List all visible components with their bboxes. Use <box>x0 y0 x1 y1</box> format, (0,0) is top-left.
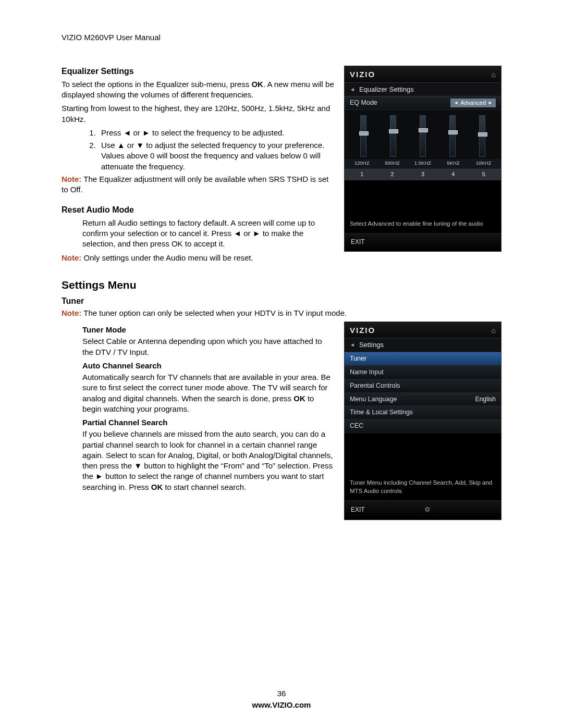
step-1: Press ◄ or ► to select the frequency to … <box>98 128 335 138</box>
note-label: Note: <box>62 309 81 317</box>
osd-equalizer-screenshot: VIZIO ⌂ ◄ Equalizer Settings EQ Mode ◄Ad… <box>344 66 501 252</box>
osd-settings-screenshot: VIZIO ⌂ ◄ Settings Tuner Name Input Pare… <box>344 322 501 520</box>
osd-hint: Select Advanced to enable fine tuning of… <box>345 217 501 234</box>
osd-title: Settings <box>359 340 384 350</box>
note-text: The tuner option can only be selected wh… <box>81 309 347 317</box>
eq-mode-value: ◄Advanced► <box>450 98 496 107</box>
settings-item-cec: CEC <box>345 419 501 433</box>
gear-icon: ⚙ <box>424 505 431 514</box>
equalizer-freq-list: Starting from lowest to the highest, the… <box>62 103 335 125</box>
text: To select the options in the Equalizer s… <box>62 80 251 89</box>
tuner-mode-heading: Tuner Mode <box>82 325 335 335</box>
note-label: Note: <box>62 253 81 262</box>
osd-exit-row: EXIT <box>345 233 501 251</box>
tuner-mode-body: Select Cable or Antenna depending upon w… <box>82 336 335 357</box>
eq-sliders <box>345 110 501 159</box>
page-header: VIZIO M260VP User Manual <box>62 32 501 43</box>
partial-search-heading: Partial Channel Search <box>82 417 335 428</box>
tuner-heading: Tuner <box>62 295 501 307</box>
note-text: Only settings under the Audio menu will … <box>81 253 253 262</box>
home-icon: ⌂ <box>492 70 496 80</box>
vizio-logo: VIZIO <box>350 69 375 80</box>
osd-hint: Tuner Menu including Channel Search, Add… <box>345 476 501 501</box>
settings-item-parental: Parental Controls <box>345 379 501 393</box>
settings-item-time: Time & Local Settings <box>345 406 501 419</box>
settings-menu-heading: Settings Menu <box>62 278 501 292</box>
page-number: 36 <box>0 688 563 699</box>
reset-note: Note: Only settings under the Audio menu… <box>62 253 335 263</box>
back-icon: ◄ <box>350 86 355 93</box>
vizio-logo: VIZIO <box>350 325 375 336</box>
reset-body: Return all Audio settings to factory def… <box>82 218 335 250</box>
osd-title: Equalizer Settings <box>359 85 414 94</box>
exit-label: EXIT <box>351 505 365 514</box>
note-label: Note: <box>62 175 81 183</box>
equalizer-steps: Press ◄ or ► to select the frequency to … <box>98 128 335 172</box>
tuner-note: Note: The tuner option can only be selec… <box>62 308 501 318</box>
exit-label: EXIT <box>351 238 365 246</box>
settings-item-name-input: Name Input <box>345 366 501 379</box>
settings-item-language: Menu LanguageEnglish <box>345 393 501 406</box>
step-2: Use ▲ or ▼ to adjust the selected freque… <box>98 140 335 172</box>
equalizer-note: Note: The Equalizer adjustment will only… <box>62 174 335 195</box>
auto-search-heading: Auto Channel Search <box>82 361 335 371</box>
home-icon: ⌂ <box>492 326 496 336</box>
partial-search-body: If you believe channels are missed from … <box>82 429 335 492</box>
eq-mode-row: EQ Mode ◄Advanced► <box>345 96 501 110</box>
eq-freq-labels: 120HZ500HZ1.5KHZ5KHZ10KHZ <box>345 159 501 169</box>
equalizer-intro: To select the options in the Equalizer s… <box>62 79 335 101</box>
equalizer-heading: Equalizer Settings <box>62 66 335 77</box>
eq-mode-label: EQ Mode <box>350 98 377 107</box>
auto-search-body: Automatically search for TV channels tha… <box>82 372 335 414</box>
back-icon: ◄ <box>350 341 355 349</box>
footer-url: www.VIZIO.com <box>0 700 563 710</box>
reset-heading: Reset Audio Mode <box>62 204 335 216</box>
ok-text: OK <box>251 80 263 89</box>
settings-item-tuner: Tuner <box>345 352 501 366</box>
eq-num-labels: 12345 <box>345 169 501 180</box>
note-text: The Equalizer adjustment will only be av… <box>62 175 328 194</box>
osd-exit-row: EXIT ⚙ <box>345 501 501 520</box>
